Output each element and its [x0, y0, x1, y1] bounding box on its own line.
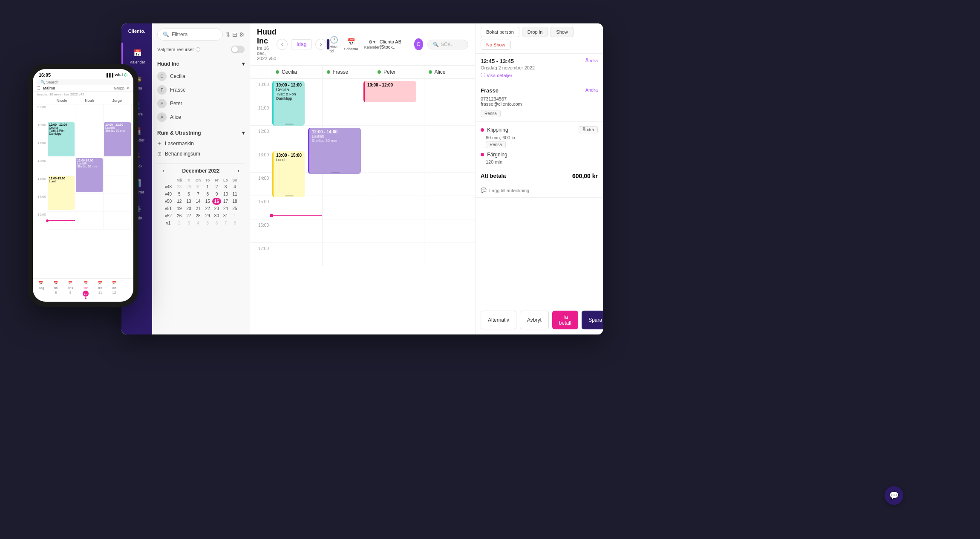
cal-14[interactable]: 14: [193, 198, 203, 205]
grid-alice-14[interactable]: [424, 173, 476, 196]
phone-search[interactable]: 🔍 Search: [36, 79, 130, 85]
phone-nav-wed[interactable]: 📅 ons 9: [68, 281, 73, 299]
cal-30b[interactable]: 30: [212, 212, 221, 219]
klippning-clear-button[interactable]: Rensa: [486, 141, 506, 148]
view-details-link[interactable]: ⓘ Visa detaljer: [481, 72, 598, 78]
appt-peter-10[interactable]: 10:00 - 12:00: [363, 81, 416, 102]
change-time-button[interactable]: Ändra: [585, 58, 598, 63]
grid-cecilia-17[interactable]: [271, 243, 323, 266]
cal-15[interactable]: 15: [203, 198, 212, 205]
cal-7b[interactable]: 7: [221, 219, 230, 227]
tool-hitta-tid[interactable]: 🕐 Hitta tid: [330, 36, 338, 53]
filter-adjust-icon[interactable]: ⊟: [232, 31, 237, 38]
note-row[interactable]: 💬 Lägg till anteckning: [476, 183, 603, 198]
cal-3b[interactable]: 3: [184, 219, 193, 227]
grid-peter-14[interactable]: [373, 173, 424, 196]
avbryt-button[interactable]: Avbryt: [520, 311, 549, 329]
cal-7[interactable]: 7: [193, 190, 203, 198]
filter-search[interactable]: 🔍 Filtrera: [157, 29, 223, 40]
appt-frasse-lashlift[interactable]: 12:00 - 14:00 Lashlift Shellac 30 min: [308, 128, 361, 174]
phone-nav-fri[interactable]: 📅 fre 11: [98, 281, 102, 299]
cal-1[interactable]: 1: [203, 183, 212, 190]
resource-lasermaskin[interactable]: ✦ Lasermaskin: [157, 138, 245, 149]
grid-frasse-15[interactable]: [323, 196, 374, 219]
section-rum[interactable]: Rum & Utrustning ▾: [157, 127, 245, 138]
grid-peter-15[interactable]: [373, 196, 424, 219]
grid-cecilia-16[interactable]: [271, 219, 323, 243]
grid-alice-16[interactable]: [424, 219, 476, 243]
appt-cecilia-lunch[interactable]: 13:00 - 15:00 Lunch: [272, 151, 305, 197]
grid-frasse-14[interactable]: [323, 173, 374, 196]
resource-peter[interactable]: P Peter: [157, 97, 245, 110]
grid-peter-17[interactable]: [373, 243, 424, 266]
cal-2b[interactable]: 2: [174, 219, 184, 227]
tool-schema[interactable]: 📅 Schema: [344, 38, 358, 51]
grid-alice-12[interactable]: [424, 126, 476, 149]
cal-29[interactable]: 29: [184, 183, 193, 190]
cal-24[interactable]: 24: [221, 205, 230, 212]
bokat-person-button[interactable]: Bokat person: [481, 27, 519, 37]
grid-peter-12[interactable]: [373, 126, 424, 149]
no-show-button[interactable]: No Show: [481, 40, 511, 50]
drop-in-button[interactable]: Drop in: [522, 27, 548, 37]
grid-peter-11[interactable]: [373, 102, 424, 126]
resource-cecilia[interactable]: C Cecilia: [157, 69, 245, 83]
cal-6b[interactable]: 6: [212, 219, 221, 227]
phone-nav-tue[interactable]: 📅 tis 8: [54, 281, 58, 299]
cal-9[interactable]: 9: [212, 190, 221, 198]
cal-27[interactable]: 27: [184, 212, 193, 219]
grid-alice-15[interactable]: [424, 196, 476, 219]
cal-11[interactable]: 11: [230, 190, 239, 198]
cal-5b[interactable]: 5: [203, 219, 212, 227]
cal-17[interactable]: 17: [221, 198, 230, 205]
resize-handle-lunch[interactable]: [285, 195, 294, 196]
prev-day-button[interactable]: ‹: [277, 39, 288, 50]
support-chat-button[interactable]: 💬: [885, 486, 903, 505]
resize-handle-cecilia[interactable]: [285, 124, 294, 125]
filter-sort-icon[interactable]: ⇅: [225, 31, 231, 38]
mini-cal-next[interactable]: ›: [238, 168, 239, 174]
phone-nav-today[interactable]: 📅 Idag: [37, 281, 44, 299]
cal-28b[interactable]: 28: [193, 212, 203, 219]
cal-8[interactable]: 8: [203, 190, 212, 198]
cal-18[interactable]: 18: [230, 198, 239, 205]
change-client-button[interactable]: Ändra: [585, 87, 598, 92]
grid-alice-11[interactable]: [424, 102, 476, 126]
cal-2[interactable]: 2: [212, 183, 221, 190]
filter-gear-icon[interactable]: ⚙: [239, 31, 245, 38]
cal-6[interactable]: 6: [184, 190, 193, 198]
resource-frasse[interactable]: F Frasse: [157, 83, 245, 97]
grid-alice-17[interactable]: [424, 243, 476, 266]
phone-nav-thu[interactable]: 📅 tor 10: [83, 281, 89, 299]
next-day-button[interactable]: ›: [315, 39, 326, 50]
cal-31[interactable]: 31: [221, 212, 230, 219]
alternativ-button[interactable]: Alternativ: [481, 311, 516, 329]
grid-frasse-16[interactable]: [323, 219, 374, 243]
grid-peter-13[interactable]: [373, 149, 424, 173]
cal-13[interactable]: 13: [184, 198, 193, 205]
grid-frasse-17[interactable]: [323, 243, 374, 266]
mini-cal-prev[interactable]: ‹: [162, 168, 164, 174]
cal-26[interactable]: 26: [174, 212, 184, 219]
cal-16-today[interactable]: 16: [212, 198, 221, 205]
resize-handle-frasse[interactable]: [331, 172, 340, 173]
clear-client-button[interactable]: Rensa: [481, 110, 501, 117]
cal-20[interactable]: 20: [184, 205, 193, 212]
resource-alice[interactable]: A Alice: [157, 110, 245, 124]
tool-kalender[interactable]: ⚙ ▾ Kalender: [364, 40, 380, 49]
grid-alice-10[interactable]: [424, 79, 476, 102]
cal-22[interactable]: 22: [203, 205, 212, 212]
cal-1b[interactable]: 1: [230, 212, 239, 219]
klippning-change-button[interactable]: Ändra: [579, 126, 598, 133]
spara-button[interactable]: Spara: [582, 311, 603, 329]
show-button[interactable]: Show: [551, 27, 574, 37]
cal-21[interactable]: 21: [193, 205, 203, 212]
cal-10[interactable]: 10: [221, 190, 230, 198]
cal-4[interactable]: 4: [230, 183, 239, 190]
phone-nav-more[interactable]: ···: [126, 281, 129, 299]
cal-25[interactable]: 25: [230, 205, 239, 212]
cal-19[interactable]: 19: [174, 205, 184, 212]
cal-8b[interactable]: 8: [230, 219, 239, 227]
section-huud-inc[interactable]: Huud Inc ▾: [157, 58, 245, 69]
cal-3[interactable]: 3: [221, 183, 230, 190]
